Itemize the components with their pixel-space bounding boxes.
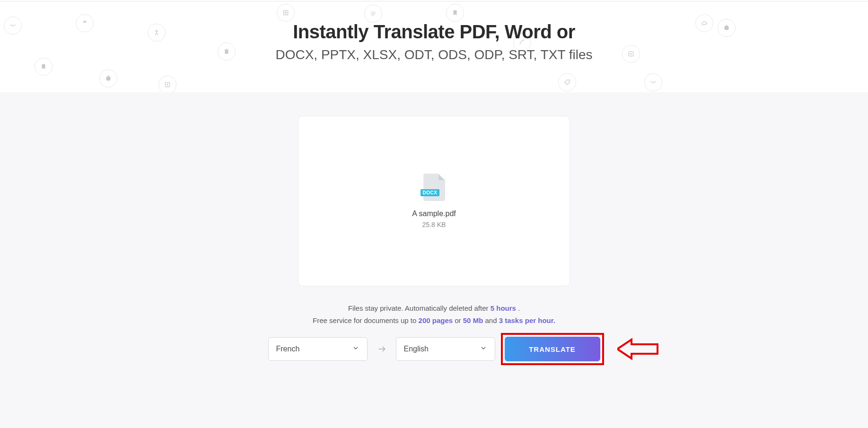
file-drop-card[interactable]: DOCX A sample.pdf 25.8 KB xyxy=(298,116,570,286)
svg-point-3 xyxy=(568,80,569,81)
bg-icon-tag xyxy=(558,73,576,91)
controls-row: French English TRANSLATE xyxy=(268,337,600,361)
target-language-value: English xyxy=(404,345,429,353)
source-language-select[interactable]: French xyxy=(268,337,368,361)
svg-marker-6 xyxy=(617,340,658,358)
info-line-2: Free service for documents up to 200 pag… xyxy=(313,314,555,327)
main-panel: DOCX A sample.pdf 25.8 KB Files stay pri… xyxy=(0,92,868,428)
chevron-down-icon xyxy=(352,344,359,354)
source-language-value: French xyxy=(276,345,300,353)
translate-button-wrap: TRANSLATE xyxy=(505,337,600,361)
annotation-arrow-icon xyxy=(617,337,660,361)
info-text: Files stay private. Automatically delete… xyxy=(313,302,555,326)
info-line-1: Files stay private. Automatically delete… xyxy=(313,302,555,314)
hero-section: Instantly Translate PDF, Word or DOCX, P… xyxy=(0,0,868,74)
page-title: Instantly Translate PDF, Word or xyxy=(0,21,868,43)
translate-button[interactable]: TRANSLATE xyxy=(505,337,600,361)
file-type-badge: DOCX xyxy=(421,189,440,196)
file-size: 25.8 KB xyxy=(422,221,446,228)
file-name: A sample.pdf xyxy=(412,210,456,218)
uploaded-file: DOCX A sample.pdf 25.8 KB xyxy=(412,174,456,228)
target-language-select[interactable]: English xyxy=(396,337,495,361)
bg-icon-wave2 xyxy=(644,73,662,91)
bg-icon-plus xyxy=(158,76,176,94)
file-icon: DOCX xyxy=(423,174,445,201)
chevron-down-icon xyxy=(480,344,487,354)
svg-rect-0 xyxy=(165,82,169,87)
arrow-right-icon xyxy=(377,344,386,354)
page-subtitle: DOCX, PPTX, XLSX, ODT, ODS, ODP, SRT, TX… xyxy=(0,47,868,62)
